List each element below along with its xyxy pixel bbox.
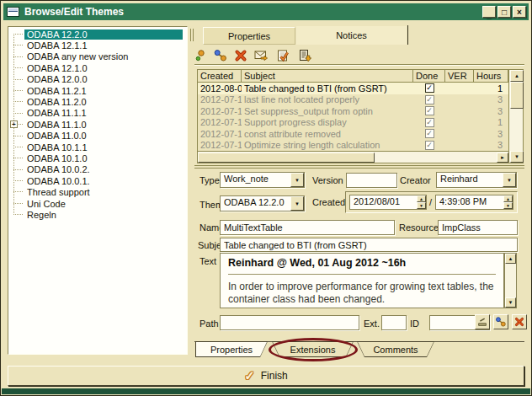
- text-vscrollbar[interactable]: ▲ ▼: [504, 253, 517, 308]
- chevron-down-icon[interactable]: ▼: [503, 173, 516, 187]
- subject-field[interactable]: [220, 238, 518, 252]
- cell-created: 2012-08-0...: [198, 83, 242, 94]
- tree-splitter[interactable]: [190, 29, 194, 41]
- tree-item[interactable]: Regeln: [8, 209, 187, 220]
- export-note-button[interactable]: [298, 48, 312, 62]
- done-checkbox[interactable]: ✓: [425, 141, 434, 150]
- col-created[interactable]: Created: [198, 70, 242, 83]
- ext-field[interactable]: [381, 315, 407, 330]
- path-label: Path: [200, 318, 219, 329]
- spin-down-icon[interactable]: ▼: [417, 202, 426, 209]
- edit-note-button[interactable]: [276, 48, 290, 62]
- theme-combo[interactable]: ODABA 12.2.0 ▼: [220, 195, 305, 211]
- type-combo[interactable]: Work_note ▼: [220, 172, 305, 188]
- create-note-button[interactable]: [195, 48, 210, 62]
- done-checkbox[interactable]: ✓: [425, 129, 434, 138]
- table-row[interactable]: 2012-07-1... const attribute removed ✓ 3: [198, 128, 508, 140]
- expand-plus-icon[interactable]: +: [10, 120, 18, 128]
- created-time-field[interactable]: 4:39:08 PM ▲▼: [435, 195, 513, 210]
- creator-combo[interactable]: Reinhard ▼: [436, 172, 517, 188]
- created-date-field[interactable]: 2012/08/01 ▲▼: [349, 195, 427, 210]
- title-bar: Browse/Edit Themes _ □ ×: [3, 3, 529, 20]
- tree-item[interactable]: Thread support: [8, 186, 187, 197]
- tree-item[interactable]: ODABA any new version: [8, 51, 187, 62]
- tree-item[interactable]: ODABA 11.2.1: [8, 85, 187, 96]
- table-row[interactable]: 2012-07-1 Optimize string length calcula…: [198, 140, 508, 152]
- table-vscrollbar[interactable]: ▲ ▼: [508, 70, 523, 163]
- vscroll-thumb[interactable]: [510, 82, 524, 109]
- tree-item[interactable]: ODABA 10.0.1.: [8, 175, 187, 186]
- link-path-button[interactable]: [493, 314, 508, 329]
- cell-done: ✓: [413, 83, 445, 93]
- version-field[interactable]: [346, 173, 397, 188]
- table-row[interactable]: 2012-07-1... Support progress display ✓ …: [198, 117, 508, 129]
- text-scroll-up-button[interactable]: ▲: [505, 254, 516, 264]
- spin-down-icon[interactable]: ▼: [503, 202, 513, 209]
- type-label: Type: [200, 175, 220, 185]
- tree-item[interactable]: ODABA 11.2.0: [8, 96, 187, 107]
- tree-item[interactable]: ODABA 12.2.0: [8, 29, 187, 40]
- delete-path-button[interactable]: [512, 314, 527, 329]
- tree-item[interactable]: ODABA 10.1.1: [8, 142, 187, 153]
- link-note-button[interactable]: [214, 48, 228, 62]
- tree-item[interactable]: +ODABA 11.1.0: [8, 119, 187, 130]
- tab-comments[interactable]: Comments: [357, 341, 434, 357]
- tree-item[interactable]: ODABA 10.0.2.: [8, 164, 187, 175]
- vscroll-down-button[interactable]: ▼: [510, 151, 524, 163]
- text-editor[interactable]: Reinhard @ Wed, 01 Aug 2012 ~16h In orde…: [220, 253, 504, 308]
- vscroll-up-button[interactable]: ▲: [510, 70, 524, 82]
- chevron-down-icon[interactable]: ▼: [290, 196, 304, 211]
- window-icon: [7, 7, 19, 17]
- table-row[interactable]: 2012-07-1... last line not located prope…: [198, 94, 508, 106]
- tree-item[interactable]: ODABA 12.1.0: [8, 62, 187, 73]
- date-spinner[interactable]: ▲▼: [417, 195, 426, 209]
- text-scroll-down-button[interactable]: ▼: [505, 297, 516, 308]
- col-ver[interactable]: VER: [445, 70, 474, 83]
- delete-note-button[interactable]: [234, 48, 248, 62]
- browse-path-button[interactable]: [475, 314, 490, 329]
- table-row[interactable]: 2012-08-0... Table changed to BTI (from …: [198, 83, 508, 94]
- tree-item[interactable]: ODABA 11.1.1: [8, 108, 187, 119]
- tab-properties-bottom[interactable]: Properties: [195, 341, 268, 357]
- table-form-splitter[interactable]: [194, 165, 524, 169]
- time-spinner[interactable]: ▲▼: [503, 195, 513, 209]
- close-button[interactable]: ×: [513, 6, 526, 18]
- done-checkbox[interactable]: ✓: [425, 118, 434, 127]
- tree-item[interactable]: Uni Code: [8, 198, 187, 209]
- send-mail-button[interactable]: [254, 48, 269, 62]
- tree-item[interactable]: ODABA 11.0.0: [8, 131, 187, 142]
- spin-up-icon[interactable]: ▲: [503, 195, 513, 202]
- col-subject[interactable]: Subject: [242, 70, 413, 83]
- creator-label: Creator: [400, 175, 431, 185]
- finish-button[interactable]: ✓ Finish: [8, 366, 524, 386]
- tab-notices[interactable]: Notices: [296, 26, 407, 45]
- col-hours[interactable]: Hours: [474, 70, 508, 83]
- spin-up-icon[interactable]: ▲: [417, 195, 426, 202]
- theme-tree: ODABA 12.2.0 ODABA 12.1.1 ODABA any new …: [8, 26, 188, 355]
- path-field[interactable]: [220, 315, 359, 330]
- cell-created: 2012-07-1: [198, 140, 242, 150]
- done-checkbox[interactable]: ✓: [425, 106, 434, 115]
- cell-subject: last line not located properly: [242, 94, 413, 104]
- resource-field[interactable]: [438, 220, 518, 235]
- tab-properties-top[interactable]: Properties: [203, 27, 295, 45]
- tree-item[interactable]: ODABA 12.1.1: [8, 40, 187, 51]
- minimize-button[interactable]: _: [482, 6, 496, 18]
- done-checkbox[interactable]: ✓: [425, 83, 434, 93]
- hscroll-right-button[interactable]: ►: [497, 153, 508, 163]
- tree-item[interactable]: ODABA 10.1.0: [8, 153, 187, 163]
- tab-separator: [407, 25, 408, 45]
- tree-item[interactable]: ODABA 12.0.0: [8, 74, 187, 85]
- table-hscrollbar[interactable]: ►: [198, 151, 508, 163]
- note-heading: Reinhard @ Wed, 01 Aug 2012 ~16h: [228, 257, 496, 269]
- hscroll-thumb[interactable]: [198, 153, 375, 163]
- text-label: Text: [200, 256, 216, 266]
- names-field[interactable]: [220, 220, 395, 235]
- maximize-button[interactable]: □: [497, 6, 511, 18]
- col-done[interactable]: Done: [413, 70, 445, 83]
- cell-hours: 3: [474, 94, 508, 104]
- date-time-separator: /: [429, 197, 432, 207]
- done-checkbox[interactable]: ✓: [425, 95, 434, 104]
- chevron-down-icon[interactable]: ▼: [290, 173, 304, 187]
- table-row[interactable]: 2012-07-1... Set suppress_output from op…: [198, 105, 508, 117]
